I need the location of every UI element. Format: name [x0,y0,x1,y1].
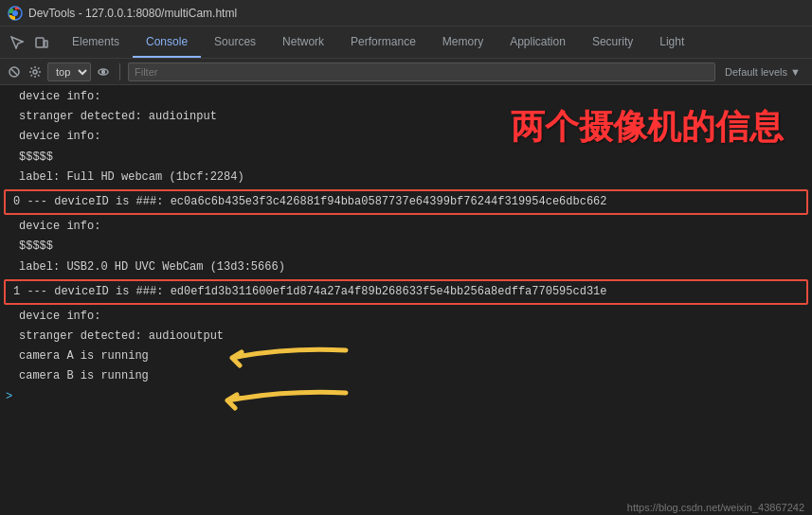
nav-item-performance[interactable]: Performance [337,27,429,58]
nav-item-application[interactable]: Application [496,27,579,58]
console-line: device info: [0,127,812,147]
nav-item-sources[interactable]: Sources [201,27,269,58]
console-line: device info: [0,87,812,107]
nav-item-memory[interactable]: Memory [429,27,496,58]
inspect-icon[interactable] [8,33,27,52]
eye-icon-btn[interactable] [95,63,112,80]
nav-item-elements[interactable]: Elements [59,27,133,58]
console-line: $$$$$ [0,148,812,168]
nav-left-icons [0,27,59,58]
toolbar: top Default levels ▼ [0,59,812,85]
clear-console-btn[interactable] [6,63,23,80]
console-line: device info: [0,307,812,327]
nav-item-console[interactable]: Console [133,27,201,58]
console-line: camera A is running [0,346,812,366]
svg-point-8 [102,70,105,73]
console-line: label: USB2.0 HD UVC WebCam (13d3:5666) [0,258,812,277]
console-line: stranger detected: audiooutput [0,327,812,346]
svg-point-1 [12,10,18,16]
window-title: DevTools - 127.0.0.1:8080/multiCam.html [28,7,237,20]
nav-bar: Elements Console Sources Network Perform… [0,27,812,59]
svg-line-5 [11,69,17,75]
filter-input[interactable] [128,62,715,81]
console-line: camera B is running [0,366,812,386]
nav-item-security[interactable]: Security [579,27,646,58]
default-levels-dropdown[interactable]: Default levels ▼ [719,66,806,78]
console-line [0,387,812,389]
console-line: 0 --- deviceID is ###: ec0a6c6b435e3f3c4… [4,189,808,215]
console-line: 1 --- deviceID is ###: ed0ef1d3b311600ef… [4,279,808,305]
chrome-icon [8,6,23,21]
console-line: stranger detected: audioinput [0,107,812,127]
title-bar: DevTools - 127.0.0.1:8080/multiCam.html [0,0,812,27]
svg-point-6 [33,70,37,74]
context-selector[interactable]: top [47,62,91,81]
console-lines: device info:stranger detected: audioinpu… [0,87,812,389]
console-line: device info: [0,217,812,237]
device-icon[interactable] [32,33,51,52]
svg-rect-2 [36,38,44,47]
console-content[interactable]: 两个摄像机的信息 device info:stranger detected: … [0,85,812,515]
console-line: $$$$$ [0,237,812,257]
status-bar-url: https://blog.csdn.net/weixin_43867242 [620,500,812,515]
settings-btn[interactable] [27,63,44,80]
nav-item-network[interactable]: Network [269,27,337,58]
console-line: label: Full HD webcam (1bcf:2284) [0,168,812,187]
toolbar-divider [119,63,120,80]
svg-rect-3 [45,41,47,47]
nav-item-light[interactable]: Light [646,27,697,58]
